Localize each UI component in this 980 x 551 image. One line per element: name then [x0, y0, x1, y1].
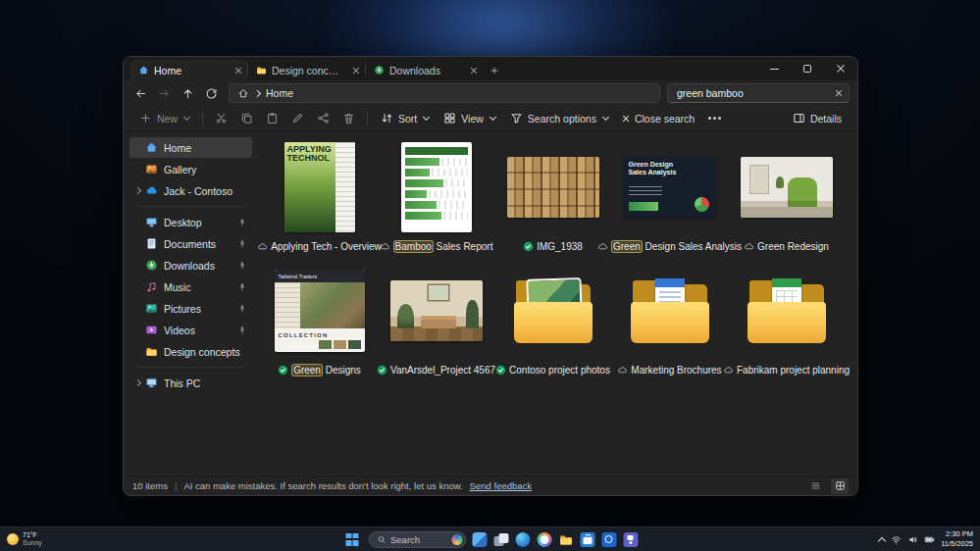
item-count: 10 items — [132, 480, 168, 491]
cut-button[interactable] — [209, 108, 233, 128]
weather-condition: Sunny — [23, 539, 42, 547]
new-tab-button[interactable] — [484, 60, 505, 80]
share-button[interactable] — [311, 108, 335, 128]
command-bar: New Sort View Search opt — [124, 106, 857, 131]
file-item-img-1938[interactable]: IMG_1938 — [494, 140, 611, 264]
outlook-icon[interactable] — [601, 532, 616, 547]
copy-button[interactable] — [234, 108, 259, 128]
tab-close-button[interactable] — [466, 63, 481, 77]
back-button[interactable] — [129, 83, 151, 103]
file-name: Fabrikam project planning — [723, 365, 850, 376]
windows-logo-icon — [346, 533, 359, 546]
sort-button[interactable]: Sort — [374, 108, 436, 128]
widgets-icon[interactable] — [472, 532, 487, 547]
file-item-contoso-project-photos[interactable]: Contoso project photos — [494, 264, 611, 387]
sidebar-item-this-pc[interactable]: This PC — [129, 373, 252, 393]
network-icon[interactable] — [891, 534, 902, 545]
expand-chevron-icon[interactable] — [131, 380, 143, 385]
pictures-icon — [143, 302, 160, 315]
view-button-label: View — [461, 113, 484, 125]
store-icon[interactable] — [580, 532, 594, 547]
file-item-vanarsdel-project-4567[interactable]: VanArsdel_Project 4567 — [378, 264, 494, 387]
paste-button[interactable] — [260, 108, 284, 128]
minimize-button[interactable] — [757, 57, 791, 80]
tab-design-concepts[interactable]: Design concepts — [248, 60, 366, 80]
thumbnail-view-toggle[interactable] — [831, 478, 849, 494]
file-name-text: Marketing Brochures — [631, 365, 721, 376]
copilot-icon[interactable] — [537, 532, 551, 547]
sidebar-item-label: Music — [164, 281, 236, 293]
search-options-label: Search options — [528, 113, 596, 125]
tab-close-button[interactable] — [348, 63, 363, 77]
taskbar-center: Search — [342, 527, 638, 551]
delete-button[interactable] — [336, 108, 361, 128]
forward-button[interactable] — [153, 83, 175, 103]
file-explorer-icon[interactable] — [558, 532, 573, 547]
sidebar-item-jack-contoso[interactable]: Jack - Contoso — [129, 180, 252, 201]
breadcrumb-location[interactable]: Home — [266, 87, 293, 99]
tab-home[interactable]: Home — [130, 60, 248, 80]
new-button[interactable]: New — [132, 108, 196, 128]
weather-temp: 71°F — [23, 531, 42, 539]
view-button[interactable]: View — [437, 108, 502, 128]
rename-button[interactable] — [285, 108, 310, 128]
battery-icon[interactable] — [924, 534, 935, 545]
file-item-marketing-brochures[interactable]: Marketing Brochures — [611, 264, 728, 387]
volume-icon[interactable] — [907, 534, 918, 545]
file-item-fabrikam-project-planning[interactable]: Fabrikam project planning — [728, 264, 845, 387]
sidebar-item-design-concepts[interactable]: Design concepts — [129, 341, 252, 362]
address-bar[interactable]: Home — [229, 83, 660, 103]
hidden-icons-button[interactable] — [879, 535, 885, 544]
task-view-icon[interactable] — [493, 532, 508, 547]
file-item-green-designs[interactable]: Tailwind TradersCOLLECTIONGreen Designs — [261, 264, 378, 387]
close-icon — [470, 67, 477, 74]
file-item-green-design-sales-analysis[interactable]: Green Design Sales AnalysisGreen Design … — [611, 140, 728, 264]
search-options-button[interactable]: Search options — [503, 108, 615, 128]
edge-icon[interactable] — [515, 532, 530, 547]
file-item-green-redesign[interactable]: Green Redesign — [728, 140, 845, 264]
file-name-text: Green Design Sales Analysis — [611, 241, 742, 252]
clear-search-button[interactable] — [829, 84, 849, 102]
file-name-text: Green Redesign — [757, 241, 829, 252]
tab-downloads[interactable]: Downloads — [366, 60, 484, 80]
clock[interactable]: 2:30 PM 11/5/2025 — [941, 529, 973, 549]
teams-icon[interactable] — [623, 532, 638, 547]
search-box[interactable] — [667, 83, 850, 103]
pin-icon — [236, 239, 248, 249]
details-button[interactable]: Details — [786, 108, 849, 128]
file-item-bamboo-sales-report[interactable]: Bamboo Sales Report — [378, 140, 494, 264]
weather-widget[interactable]: 71°F Sunny — [7, 531, 42, 548]
file-item-applying-tech-overview[interactable]: APPLYING TECHNOLApplying Tech - Overview — [261, 140, 378, 264]
up-button[interactable] — [177, 83, 198, 103]
sidebar-item-documents[interactable]: Documents — [129, 233, 252, 254]
sidebar-item-gallery[interactable]: Gallery — [129, 159, 252, 179]
onedrive-icon — [143, 184, 160, 197]
sidebar-divider — [135, 206, 244, 207]
sort-button-label: Sort — [398, 113, 417, 125]
send-feedback-link[interactable]: Send feedback — [470, 480, 532, 491]
chevron-down-icon — [183, 114, 190, 121]
file-name: Bamboo Sales Report — [380, 241, 493, 252]
more-options-button[interactable] — [702, 108, 727, 128]
pin-icon — [236, 218, 248, 227]
files-view: APPLYING TECHNOLApplying Tech - Overview… — [256, 131, 857, 476]
details-view-toggle[interactable] — [806, 478, 824, 494]
close-button[interactable] — [824, 57, 857, 80]
refresh-button[interactable] — [200, 83, 222, 103]
sidebar-item-downloads[interactable]: Downloads — [129, 255, 252, 276]
file-thumbnail — [378, 140, 494, 234]
close-search-button[interactable]: Close search — [616, 108, 701, 128]
tab-close-button[interactable] — [231, 63, 245, 77]
maximize-button[interactable] — [791, 57, 824, 80]
filter-icon — [510, 112, 523, 125]
taskbar-search[interactable]: Search — [368, 531, 466, 548]
sidebar-item-music[interactable]: Music — [129, 276, 252, 297]
sidebar-item-pictures[interactable]: Pictures — [129, 298, 252, 319]
start-button[interactable] — [342, 529, 362, 549]
sidebar-item-desktop[interactable]: Desktop — [129, 212, 252, 232]
search-input[interactable] — [668, 87, 829, 99]
maximize-icon — [803, 65, 811, 73]
sidebar-item-home[interactable]: Home — [129, 137, 252, 158]
expand-chevron-icon[interactable] — [131, 188, 143, 193]
sidebar-item-videos[interactable]: Videos — [129, 320, 252, 340]
